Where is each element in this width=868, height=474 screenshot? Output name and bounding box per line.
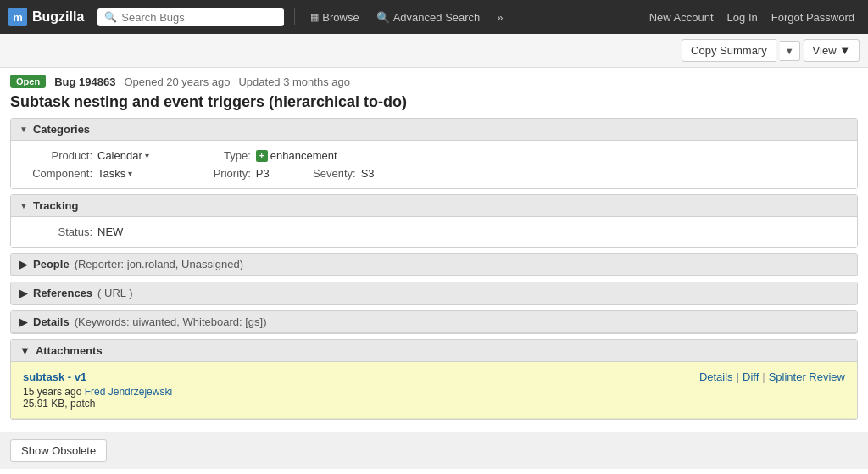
more-label: » [497, 11, 503, 24]
details-subtitle: (Keywords: uiwanted, Whiteboard: [gs]) [75, 315, 267, 328]
toolbar: Copy Summary ▼ View ▼ [0, 34, 868, 68]
view-button[interactable]: View ▼ [804, 39, 860, 62]
bug-opened: Opened 20 years ago [124, 75, 230, 88]
navbar-right: New Account Log In Forgot Password [644, 8, 860, 27]
categories-fields: Product: Calendar ▾ Component: Tasks ▾ [25, 149, 843, 180]
categories-label: Categories [33, 123, 90, 136]
search-box[interactable]: 🔍 [97, 8, 284, 26]
categories-body: Product: Calendar ▾ Component: Tasks ▾ [11, 141, 857, 188]
people-section: ▶ People (Reporter: jon.roland, Unassign… [10, 253, 858, 276]
categories-right-col: Type: + enhancement Priority: P3 Severit… [183, 149, 375, 180]
product-field: Product: Calendar ▾ [25, 149, 149, 162]
bug-title: Subtask nesting and event triggers (hier… [10, 93, 858, 111]
attachments-header[interactable]: ▼ Attachments [11, 340, 857, 362]
priority-value: P3 [256, 167, 270, 180]
status-label: Status: [25, 226, 92, 238]
priority-label: Priority: [183, 167, 251, 180]
categories-section: ▼ Categories Product: Calendar ▾ Compone… [10, 118, 858, 189]
browse-label: Browse [322, 11, 359, 24]
forgot-password-link[interactable]: Forgot Password [766, 8, 860, 27]
component-label: Component: [25, 167, 92, 180]
component-field: Component: Tasks ▾ [25, 167, 149, 180]
details-header[interactable]: ▶ Details (Keywords: uiwanted, Whiteboar… [11, 311, 857, 333]
details-label: Details [33, 315, 70, 328]
people-label: People [33, 258, 70, 270]
type-icon: + [256, 150, 268, 162]
bug-updated: Updated 3 months ago [238, 75, 350, 88]
nav-divider [294, 8, 295, 25]
attachments-toggle-icon: ▼ [19, 344, 31, 357]
categories-header[interactable]: ▼ Categories [11, 119, 857, 141]
tracking-section: ▼ Tracking Status: NEW [10, 194, 858, 248]
attachment-diff-link[interactable]: Diff [743, 371, 759, 383]
attachment-splinter-link[interactable]: Splinter Review [769, 371, 845, 383]
browse-icon: ▦ [310, 12, 319, 23]
details-toggle-icon: ▶ [19, 315, 28, 328]
people-header[interactable]: ▶ People (Reporter: jon.roland, Unassign… [11, 254, 857, 276]
severity-label: Severity: [288, 167, 356, 180]
advanced-search-icon: 🔍 [376, 11, 390, 24]
attachment-row: subtask - v1 15 years ago Fred Jendrzeje… [11, 362, 857, 419]
references-label: References [33, 287, 92, 299]
navbar: m Bugzilla 🔍 ▦ Browse 🔍 Advanced Search … [0, 0, 868, 34]
component-dropdown-icon[interactable]: ▾ [128, 169, 132, 178]
attachment-details-link[interactable]: Details [699, 371, 733, 383]
footer-toolbar: Show Obsolete [0, 432, 868, 469]
references-subtitle: ( URL ) [97, 287, 132, 299]
search-input[interactable] [121, 11, 265, 24]
log-in-link[interactable]: Log In [722, 8, 763, 27]
bug-meta: Open Bug 194863 Opened 20 years ago Upda… [10, 75, 858, 88]
categories-left-col: Product: Calendar ▾ Component: Tasks ▾ [25, 149, 149, 180]
product-value: Calendar ▾ [97, 149, 149, 162]
severity-value: S3 [361, 167, 375, 180]
bug-status-badge: Open [10, 75, 46, 88]
type-text: enhancement [270, 149, 337, 162]
type-field: Type: + enhancement [183, 149, 375, 162]
type-value: + enhancement [256, 149, 337, 162]
attachment-name[interactable]: subtask - v1 [23, 371, 172, 383]
details-section: ▶ Details (Keywords: uiwanted, Whiteboar… [10, 310, 858, 334]
copy-summary-button[interactable]: Copy Summary [682, 39, 776, 62]
advanced-search-link[interactable]: 🔍 Advanced Search [371, 8, 486, 27]
bug-number: Bug 194863 [54, 75, 115, 88]
type-label: Type: [183, 149, 251, 162]
categories-toggle-icon: ▼ [19, 125, 28, 134]
search-icon: 🔍 [104, 11, 117, 23]
browse-link[interactable]: ▦ Browse [305, 8, 364, 27]
attachment-size: 25.91 KB, patch [23, 398, 95, 410]
sep2: | [762, 371, 765, 383]
product-text: Calendar [97, 149, 142, 162]
references-section: ▶ References ( URL ) [10, 282, 858, 305]
tracking-label: Tracking [33, 199, 78, 212]
more-link[interactable]: » [492, 8, 508, 27]
attachments-label: Attachments [36, 344, 103, 357]
attachment-meta: 15 years ago Fred Jendrzejewski 25.91 KB… [23, 386, 172, 410]
show-obsolete-button[interactable]: Show Obsolete [10, 439, 107, 462]
brand-name: Bugzilla [32, 9, 84, 25]
people-subtitle: (Reporter: jon.roland, Unassigned) [75, 258, 243, 270]
bug-header: Open Bug 194863 Opened 20 years ago Upda… [10, 75, 858, 111]
people-toggle-icon: ▶ [19, 258, 28, 270]
product-dropdown-icon[interactable]: ▾ [145, 151, 149, 160]
sep1: | [737, 371, 739, 383]
priority-severity-field: Priority: P3 Severity: S3 [183, 167, 375, 180]
attachment-age: 15 years ago [23, 386, 81, 398]
brand: m Bugzilla [8, 8, 84, 26]
new-account-link[interactable]: New Account [644, 8, 719, 27]
main-content: Open Bug 194863 Opened 20 years ago Upda… [0, 68, 868, 432]
references-toggle-icon: ▶ [19, 287, 28, 299]
tracking-body: Status: NEW [11, 217, 857, 247]
attachment-links: Details | Diff | Splinter Review [699, 371, 845, 383]
attachments-section: ▼ Attachments subtask - v1 15 years ago … [10, 339, 858, 420]
attachment-author[interactable]: Fred Jendrzejewski [85, 386, 172, 398]
component-text: Tasks [97, 167, 125, 180]
advanced-search-label: Advanced Search [393, 11, 481, 24]
attachment-info: subtask - v1 15 years ago Fred Jendrzeje… [23, 371, 172, 410]
product-label: Product: [25, 149, 92, 162]
references-header[interactable]: ▶ References ( URL ) [11, 282, 857, 304]
component-value: Tasks ▾ [97, 167, 132, 180]
status-value: NEW [97, 226, 123, 238]
copy-summary-arrow-button[interactable]: ▼ [780, 41, 800, 61]
brand-icon: m [8, 8, 27, 26]
tracking-header[interactable]: ▼ Tracking [11, 195, 857, 217]
